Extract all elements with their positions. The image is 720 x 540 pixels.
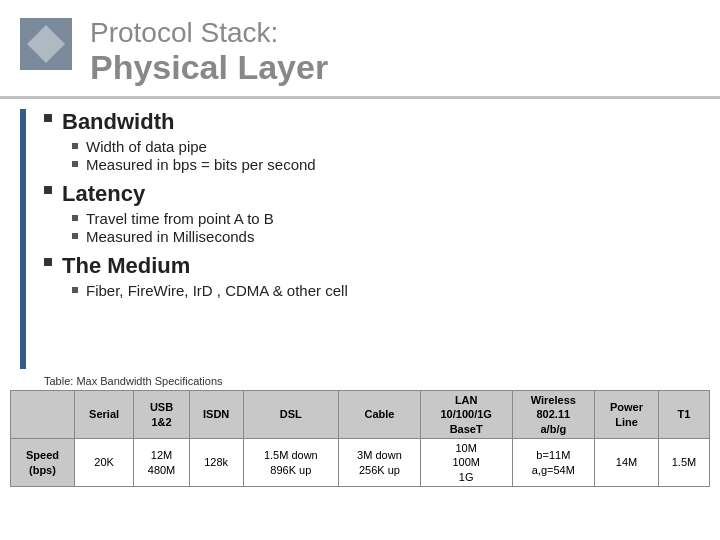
bandwidth-sub-2-icon [72,161,78,167]
row-label-speed: Speed(bps) [11,439,75,487]
cell-lan-speed: 10M100M1G [420,439,512,487]
latency-sub-2: Measured in Milliseconds [72,228,700,245]
bandwidth-sub-2-text: Measured in bps = bits per second [86,156,316,173]
medium-section: The Medium Fiber, FireWire, IrD , CDMA &… [44,253,700,299]
medium-sub-1-text: Fiber, FireWire, IrD , CDMA & other cell [86,282,348,299]
col-header-empty [11,391,75,439]
latency-sub-2-icon [72,233,78,239]
latency-sub-1-icon [72,215,78,221]
bandwidth-sub-bullets: Width of data pipe Measured in bps = bit… [72,138,700,173]
medium-sub-1-icon [72,287,78,293]
bandwidth-square-icon [44,114,52,122]
table-label: Table: Max Bandwidth Specifications [0,369,720,390]
header-text: Protocol Stack: Physical Layer [90,18,690,86]
latency-section: Latency Travel time from point A to B Me… [44,181,700,245]
content-area: Bandwidth Width of data pipe Measured in… [0,109,720,369]
table-header-row: Serial USB1&2 ISDN DSL Cable LAN10/100/1… [11,391,710,439]
col-header-isdn: ISDN [189,391,243,439]
medium-sub-1: Fiber, FireWire, IrD , CDMA & other cell [72,282,700,299]
latency-sub-1: Travel time from point A to B [72,210,700,227]
col-header-usb: USB1&2 [134,391,190,439]
cell-t1-speed: 1.5M [658,439,709,487]
col-header-cable: Cable [339,391,421,439]
col-header-lan: LAN10/100/1GBaseT [420,391,512,439]
bandwidth-sub-1-text: Width of data pipe [86,138,207,155]
cell-cable-speed: 3M down256K up [339,439,421,487]
bandwidth-sub-1-icon [72,143,78,149]
main-content: Bandwidth Width of data pipe Measured in… [44,109,700,369]
latency-sub-1-text: Travel time from point A to B [86,210,274,227]
header: Protocol Stack: Physical Layer [0,0,720,99]
latency-bullet: Latency [44,181,700,207]
cell-isdn-speed: 128k [189,439,243,487]
cell-powerline-speed: 14M [595,439,659,487]
latency-sub-bullets: Travel time from point A to B Measured i… [72,210,700,245]
bandwidth-title: Bandwidth [62,109,174,135]
latency-square-icon [44,186,52,194]
cell-usb-speed: 12M480M [134,439,190,487]
title-line2: Physical Layer [90,49,690,86]
medium-square-icon [44,258,52,266]
latency-sub-2-text: Measured in Milliseconds [86,228,254,245]
latency-title: Latency [62,181,145,207]
bandwidth-table: Serial USB1&2 ISDN DSL Cable LAN10/100/1… [10,390,710,487]
bandwidth-sub-2: Measured in bps = bits per second [72,156,700,173]
bandwidth-section: Bandwidth Width of data pipe Measured in… [44,109,700,173]
blue-bar [20,109,26,369]
title-line1: Protocol Stack: [90,18,690,49]
medium-title: The Medium [62,253,190,279]
col-header-dsl: DSL [243,391,339,439]
bandwidth-sub-1: Width of data pipe [72,138,700,155]
col-header-serial: Serial [74,391,133,439]
col-header-t1: T1 [658,391,709,439]
bandwidth-bullet: Bandwidth [44,109,700,135]
cell-dsl-speed: 1.5M down896K up [243,439,339,487]
table-container: Serial USB1&2 ISDN DSL Cable LAN10/100/1… [0,390,720,487]
table-row: Speed(bps) 20K 12M480M 128k 1.5M down896… [11,439,710,487]
medium-bullet: The Medium [44,253,700,279]
medium-sub-bullets: Fiber, FireWire, IrD , CDMA & other cell [72,282,700,299]
cell-serial-speed: 20K [74,439,133,487]
cell-wireless-speed: b=11Ma,g=54M [512,439,594,487]
col-header-wireless: Wireless802.11a/b/g [512,391,594,439]
logo [20,18,72,70]
col-header-powerline: PowerLine [595,391,659,439]
